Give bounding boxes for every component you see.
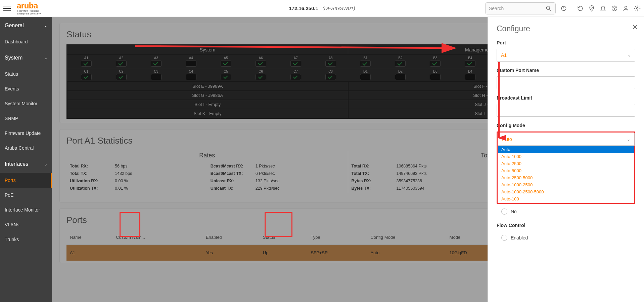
sidebar-item-ports[interactable]: Ports	[0, 173, 52, 188]
option-auto-100[interactable]: Auto-100	[498, 195, 634, 202]
flow-label: Flow Control	[497, 223, 635, 228]
logo: aruba a Hewlett Packard Enterprise compa…	[17, 2, 41, 15]
sidebar-item-firmware-update[interactable]: Firmware Update	[0, 126, 52, 141]
sidebar-item-interface-monitor[interactable]: Interface Monitor	[0, 202, 52, 217]
svg-point-4	[591, 7, 592, 8]
custom-name-label: Custom Port Name	[497, 68, 635, 73]
config-mode-label: Config Mode	[497, 123, 635, 128]
device-hostname: (DESIGSW01)	[322, 5, 355, 11]
power-icon[interactable]	[560, 5, 567, 12]
sidebar-item-snmp[interactable]: SNMP	[0, 111, 52, 126]
option-auto[interactable]: Auto	[498, 146, 634, 153]
bcast-input[interactable]	[497, 104, 635, 117]
sidebar-item-dashboard[interactable]: Dashboard	[0, 34, 52, 49]
close-icon[interactable]: ✕	[632, 23, 638, 32]
custom-name-input[interactable]	[497, 76, 635, 89]
sidebar-section[interactable]: System⌄	[0, 49, 52, 67]
chevron-down-icon: ⌄	[627, 137, 630, 142]
top-bar: aruba a Hewlett Packard Enterprise compa…	[0, 0, 644, 17]
device-title: 172.16.250.1 (DESIGSW01)	[289, 5, 355, 11]
menu-icon[interactable]	[3, 4, 13, 13]
port-label: Port	[497, 40, 635, 45]
no-label: No	[511, 209, 517, 214]
option-auto-1000-2500-5000[interactable]: Auto-1000-2500-5000	[498, 188, 634, 195]
bell-icon[interactable]	[600, 5, 606, 12]
svg-point-8	[637, 7, 638, 9]
configure-panel: Configure ✕ Port A1 ⌄ Custom Port Name B…	[488, 17, 644, 302]
sidebar-item-vlans[interactable]: VLANs	[0, 217, 52, 232]
sidebar-section[interactable]: General⌄	[0, 17, 52, 34]
help-icon[interactable]	[611, 5, 618, 12]
device-ip: 172.16.250.1	[289, 5, 318, 11]
port-value: A1	[501, 52, 507, 58]
sidebar-item-events[interactable]: Events	[0, 81, 52, 96]
logo-text: aruba	[17, 2, 41, 10]
svg-line-1	[550, 9, 551, 10]
main-content: Status ✔ Up ✖ System Management Modules …	[52, 17, 644, 302]
option-auto-2500-5000[interactable]: Auto-2500-5000	[498, 174, 634, 181]
sidebar-item-aruba-central[interactable]: Aruba Central	[0, 141, 52, 155]
radio-no[interactable]: No	[497, 206, 635, 217]
radio-enabled[interactable]: Enabled	[497, 233, 533, 243]
option-auto-1000[interactable]: Auto-1000	[498, 153, 634, 160]
bcast-label: Broadcast Limit	[497, 95, 635, 101]
user-icon[interactable]	[623, 5, 629, 12]
gear-icon[interactable]	[634, 5, 641, 12]
chevron-down-icon: ⌄	[628, 53, 631, 58]
sidebar-item-trunks[interactable]: Trunks	[0, 232, 52, 247]
enabled-label: Enabled	[511, 235, 528, 240]
option-auto-1000-2500[interactable]: Auto-1000-2500	[498, 181, 634, 188]
sidebar-item-status[interactable]: Status	[0, 67, 52, 81]
divider	[572, 3, 572, 13]
sidebar: General⌄DashboardSystem⌄StatusEventsSyst…	[0, 17, 52, 302]
svg-point-6	[614, 9, 615, 10]
logo-sub2: Enterprise company	[17, 12, 41, 15]
option-auto-5000[interactable]: Auto-5000	[498, 167, 634, 174]
port-select[interactable]: A1 ⌄	[497, 49, 635, 62]
radio-icon	[501, 209, 507, 215]
radio-icon	[501, 235, 507, 241]
panel-title: Configure	[497, 24, 635, 33]
option-auto-2500[interactable]: Auto-2500	[498, 160, 634, 167]
sidebar-item-poe[interactable]: PoE	[0, 188, 52, 202]
search-icon[interactable]	[545, 5, 552, 12]
svg-point-7	[625, 6, 627, 8]
flow-control-group: Enabled	[497, 231, 635, 244]
location-icon[interactable]	[588, 5, 595, 12]
sidebar-item-system-monitor[interactable]: System Monitor	[0, 96, 52, 111]
config-mode-dropdown[interactable]: Auto ⌄ AutoAuto-1000Auto-2500Auto-5000Au…	[497, 131, 635, 204]
svg-point-0	[546, 6, 550, 9]
sidebar-section[interactable]: Interfaces⌄	[0, 155, 52, 173]
search-input[interactable]: Search	[485, 2, 556, 14]
refresh-icon[interactable]	[577, 5, 584, 12]
search-placeholder: Search	[489, 6, 504, 11]
annotation-arrow-config	[493, 61, 506, 145]
